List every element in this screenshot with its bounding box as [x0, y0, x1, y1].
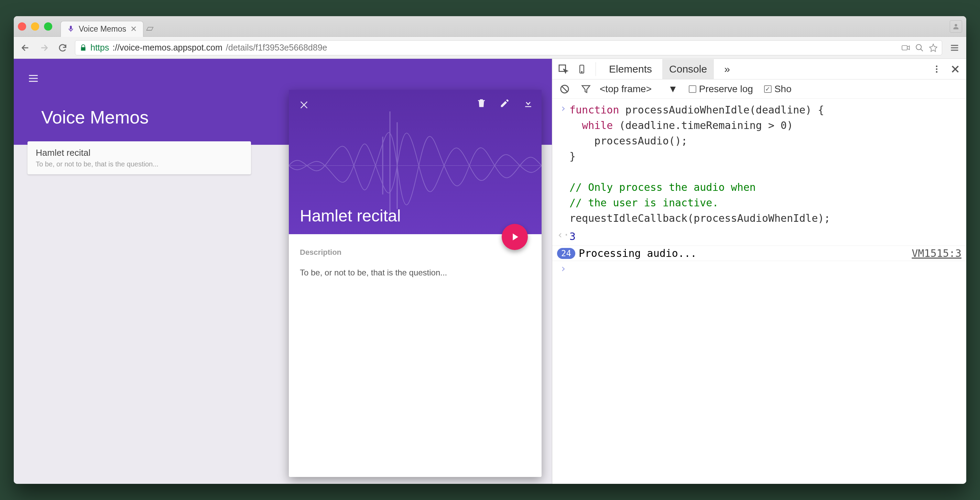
kebab-icon	[932, 64, 942, 74]
context-label: <top frame>	[600, 84, 652, 95]
tab-title: Voice Memos	[79, 24, 126, 34]
svg-point-1	[916, 45, 921, 49]
new-tab-button[interactable]: ▱	[146, 22, 154, 34]
funnel-icon	[581, 84, 591, 94]
arrow-right-icon	[39, 43, 49, 53]
browser-window: Voice Memos ✕ ▱ https://voice-memos.apps…	[14, 16, 966, 484]
inspect-icon	[558, 64, 569, 75]
memo-detail-panel: Hamlet recital Description To be, or not…	[289, 90, 542, 477]
memo-list: Hamlet recital To be, or not to be, that…	[14, 141, 265, 174]
app-title: Voice Memos	[41, 107, 148, 127]
play-button[interactable]	[502, 224, 528, 250]
log-message: Processing audio...	[579, 247, 697, 259]
svg-point-9	[936, 68, 938, 70]
nav-bar: https://voice-memos.appspot.com/details/…	[14, 37, 966, 59]
detail-title: Hamlet recital	[300, 206, 401, 225]
microphone-icon	[67, 25, 75, 33]
url-path: /details/f1f3953e5668d89e	[226, 43, 327, 53]
clear-console-button[interactable]	[557, 81, 572, 97]
preserve-log-checkbox[interactable]: Preserve log	[689, 84, 753, 95]
devtools-panel: Elements Console »	[552, 59, 966, 484]
memo-card[interactable]: Hamlet recital To be, or not to be, that…	[27, 141, 251, 174]
address-bar[interactable]: https://voice-memos.appspot.com/details/…	[75, 40, 942, 55]
log-count-badge: 24	[557, 248, 575, 259]
reload-icon	[58, 43, 67, 53]
console-output: › function processAudioWhenIdle(deadline…	[552, 99, 966, 484]
context-selector[interactable]: <top frame> ▼	[600, 84, 678, 95]
chevron-down-icon: ▼	[668, 84, 678, 95]
profile-button[interactable]	[950, 20, 962, 33]
console-input-row[interactable]: › function processAudioWhenIdle(deadline…	[552, 101, 966, 227]
console-prompt-row[interactable]: ›	[552, 261, 966, 279]
voice-memos-app: Voice Memos Hamlet recital To be, or not…	[14, 59, 552, 484]
result-value: 3	[570, 229, 576, 244]
filter-button[interactable]	[578, 81, 593, 97]
inspect-element-button[interactable]	[556, 62, 571, 77]
preserve-log-label: Preserve log	[699, 84, 753, 95]
console-code: function processAudioWhenIdle(deadline) …	[570, 102, 830, 226]
play-icon	[509, 231, 520, 243]
arrow-left-icon	[21, 43, 30, 53]
result-arrow-icon: ‹·	[557, 229, 570, 241]
tab-strip: Voice Memos ✕ ▱	[14, 16, 966, 37]
content-area: Voice Memos Hamlet recital To be, or not…	[14, 59, 966, 484]
checkbox-icon	[764, 85, 772, 93]
svg-rect-0	[902, 45, 907, 50]
zoom-icon[interactable]	[915, 43, 924, 52]
console-input[interactable]	[570, 263, 576, 278]
close-icon	[950, 64, 960, 74]
reload-button[interactable]	[56, 41, 69, 54]
close-tab-button[interactable]: ✕	[130, 24, 137, 34]
url-protocol: https	[91, 43, 109, 53]
url-host: ://voice-memos.appspot.com	[113, 43, 223, 53]
window-controls	[18, 22, 52, 30]
browser-tab[interactable]: Voice Memos ✕	[60, 21, 143, 37]
console-log-row: 24 Processing audio... VM1515:3	[552, 245, 966, 261]
minimize-window-button[interactable]	[31, 22, 39, 30]
detail-actions	[476, 98, 533, 108]
show-label: Sho	[774, 84, 792, 95]
hamburger-icon	[950, 43, 959, 53]
maximize-window-button[interactable]	[44, 22, 52, 30]
memo-card-subtitle: To be, or not to be, that is the questio…	[36, 160, 243, 168]
app-menu-button[interactable]	[27, 73, 39, 86]
person-icon	[952, 23, 960, 30]
device-icon	[577, 64, 587, 74]
devtools-menu-button[interactable]	[929, 62, 944, 77]
close-window-button[interactable]	[18, 22, 26, 30]
tab-elements[interactable]: Elements	[602, 59, 659, 79]
console-result-row: ‹· 3	[552, 227, 966, 245]
memo-card-title: Hamlet recital	[36, 148, 243, 158]
svg-point-7	[581, 72, 582, 72]
trash-icon[interactable]	[476, 98, 487, 108]
console-toolbar: <top frame> ▼ Preserve log Sho	[552, 80, 966, 99]
forward-button[interactable]	[38, 41, 50, 54]
tab-console[interactable]: Console	[662, 59, 714, 79]
device-mode-button[interactable]	[574, 62, 589, 77]
omnibox-actions	[901, 43, 938, 52]
svg-point-8	[936, 65, 938, 67]
lock-icon	[80, 44, 87, 52]
checkbox-icon	[689, 85, 696, 93]
download-icon[interactable]	[523, 98, 533, 108]
devtools-tab-bar: Elements Console »	[552, 59, 966, 80]
close-icon	[299, 99, 309, 110]
back-button[interactable]	[19, 41, 32, 54]
menu-button[interactable]	[948, 41, 961, 54]
prompt-icon: ›	[557, 102, 570, 114]
svg-point-10	[936, 71, 938, 73]
log-source-link[interactable]: VM1515:3	[912, 247, 962, 259]
close-detail-button[interactable]	[299, 99, 309, 112]
no-entry-icon	[560, 84, 570, 94]
star-icon[interactable]	[929, 43, 938, 52]
pencil-icon[interactable]	[500, 98, 510, 108]
close-devtools-button[interactable]	[948, 62, 963, 77]
prompt-icon: ›	[557, 263, 570, 274]
description-text: To be, or not to be, that is the questio…	[300, 268, 531, 277]
detail-header: Hamlet recital	[289, 90, 542, 234]
show-checkbox[interactable]: Sho	[764, 84, 792, 95]
separator	[595, 62, 596, 76]
hamburger-icon	[27, 73, 39, 84]
camera-icon[interactable]	[901, 43, 910, 52]
tab-overflow[interactable]: »	[717, 59, 737, 79]
